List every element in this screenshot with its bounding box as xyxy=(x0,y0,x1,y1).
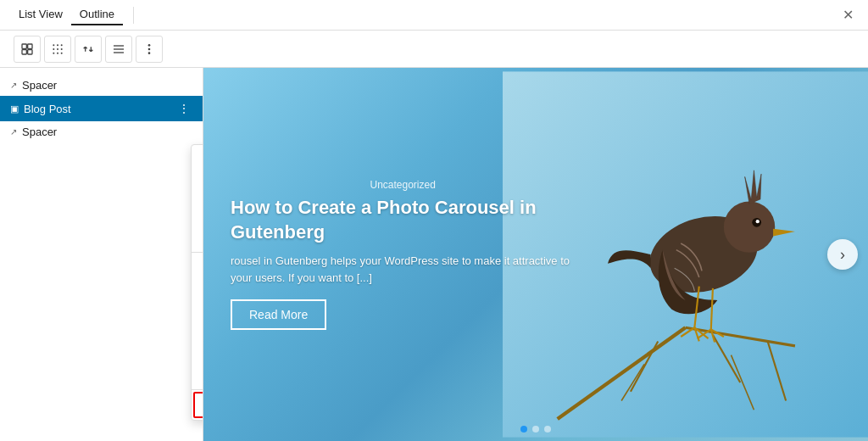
svg-point-28 xyxy=(724,201,775,252)
svg-rect-1 xyxy=(28,44,32,48)
menu-item-create-pattern[interactable]: Create pattern ◇ xyxy=(192,334,203,361)
sidebar-item-blog-post-label: Blog Post xyxy=(24,103,170,115)
slide-overlay: Uncategorized How to Create a Photo Caro… xyxy=(203,68,602,441)
menu-item-lock[interactable]: Lock 🔒 xyxy=(192,281,203,308)
svg-point-7 xyxy=(53,48,54,50)
svg-rect-3 xyxy=(28,49,32,53)
grid-button[interactable] xyxy=(44,36,71,63)
view-tabs: List View Outline xyxy=(10,4,123,25)
next-slide-button[interactable]: › xyxy=(827,239,858,270)
svg-point-12 xyxy=(61,52,63,53)
svg-point-9 xyxy=(61,48,63,50)
svg-point-11 xyxy=(57,52,58,53)
close-button[interactable]: ✕ xyxy=(837,5,858,25)
menu-divider-2 xyxy=(192,389,203,390)
carousel-dot-3[interactable] xyxy=(544,426,551,433)
menu-item-add-after[interactable]: Add after Ctrl+Alt+Y xyxy=(192,224,203,250)
sidebar-item-spacer-2-label: Spacer xyxy=(22,126,192,138)
slide-title: How to Create a Photo Carousel in Gutenb… xyxy=(231,196,575,244)
more-options-button[interactable] xyxy=(136,36,163,63)
svg-point-8 xyxy=(57,48,58,50)
editor-toolbar xyxy=(0,31,868,68)
context-menu: Copy Ctrl+C Duplicate Ctrl+Shift+D Add b… xyxy=(191,144,203,421)
top-bar: List View Outline ✕ xyxy=(0,0,868,31)
divider xyxy=(133,7,134,24)
menu-item-move-to[interactable]: Move to xyxy=(192,361,203,388)
content-area: Uncategorized How to Create a Photo Caro… xyxy=(203,68,868,441)
svg-point-5 xyxy=(57,44,58,46)
sidebar-item-label: Spacer xyxy=(22,79,192,92)
menu-divider-1 xyxy=(192,252,203,253)
svg-point-18 xyxy=(148,52,151,54)
tab-list-view[interactable]: List View xyxy=(10,4,71,25)
svg-point-30 xyxy=(755,220,759,223)
svg-rect-0 xyxy=(22,44,26,48)
slide-category: Uncategorized xyxy=(231,179,575,191)
carousel-dot-1[interactable] xyxy=(520,426,527,433)
menu-item-group[interactable]: Group xyxy=(192,254,203,281)
slide-excerpt: rousel in Gutenberg helps your WordPress… xyxy=(231,253,575,286)
sidebar-item-spacer-1[interactable]: ↗ Spacer xyxy=(0,75,203,96)
menu-item-duplicate[interactable]: Duplicate Ctrl+Shift+D xyxy=(192,171,203,198)
spacer-icon: ↗ xyxy=(10,81,17,90)
spacer-icon-2: ↗ xyxy=(10,127,17,137)
tab-outline[interactable]: Outline xyxy=(71,4,123,25)
svg-point-17 xyxy=(148,47,151,50)
blog-post-options-button[interactable]: ⋮ xyxy=(175,100,192,117)
svg-point-10 xyxy=(53,52,54,53)
svg-point-6 xyxy=(61,44,63,46)
read-more-button[interactable]: Read More xyxy=(231,299,326,330)
menu-item-delete[interactable]: Delete Shift+Alt+Z xyxy=(193,392,203,418)
main-layout: ↗ Spacer ▣ Blog Post ⋮ ↗ Spacer Copy Ctr… xyxy=(0,68,868,441)
menu-item-copy[interactable]: Copy Ctrl+C xyxy=(192,145,203,171)
menu-item-rename[interactable]: Rename xyxy=(192,308,203,334)
svg-rect-2 xyxy=(22,49,26,53)
carousel-dots xyxy=(520,426,551,433)
blog-post-icon: ▣ xyxy=(10,103,19,114)
svg-point-16 xyxy=(148,44,151,47)
block-icon-button[interactable] xyxy=(14,36,41,63)
align-button[interactable] xyxy=(105,36,132,63)
sidebar-item-spacer-2[interactable]: ↗ Spacer xyxy=(0,121,203,142)
svg-point-4 xyxy=(53,44,54,46)
sidebar-item-blog-post[interactable]: ▣ Blog Post ⋮ xyxy=(0,96,203,121)
carousel-dot-2[interactable] xyxy=(532,426,539,433)
menu-item-add-before[interactable]: Add before Ctrl+Alt+T xyxy=(192,198,203,224)
sidebar: ↗ Spacer ▣ Blog Post ⋮ ↗ Spacer Copy Ctr… xyxy=(0,68,203,441)
arrows-button[interactable] xyxy=(75,36,102,63)
